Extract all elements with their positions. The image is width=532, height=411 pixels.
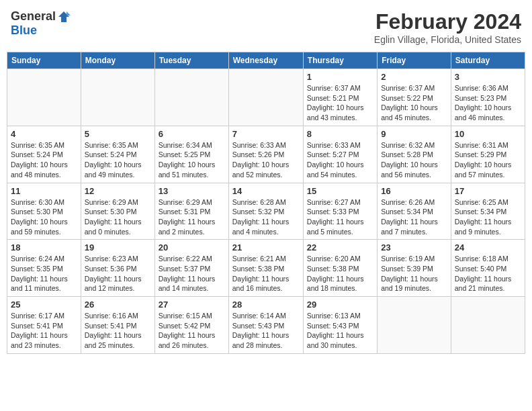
- calendar-day-cell: 25Sunrise: 6:17 AMSunset: 5:41 PMDayligh…: [7, 297, 81, 354]
- day-number: 15: [307, 186, 373, 196]
- calendar-day-cell: 8Sunrise: 6:33 AMSunset: 5:27 PMDaylight…: [303, 126, 377, 183]
- day-info: Sunrise: 6:13 AMSunset: 5:43 PMDaylight:…: [307, 311, 373, 351]
- calendar-day-cell: 28Sunrise: 6:14 AMSunset: 5:43 PMDayligh…: [228, 297, 303, 354]
- day-number: 11: [11, 186, 77, 196]
- day-number: 28: [232, 300, 300, 310]
- calendar-header-sunday: Sunday: [7, 52, 81, 69]
- day-info: Sunrise: 6:27 AMSunset: 5:33 PMDaylight:…: [307, 197, 373, 237]
- calendar-day-cell: [154, 69, 228, 126]
- calendar-day-cell: 1Sunrise: 6:37 AMSunset: 5:21 PMDaylight…: [303, 69, 377, 126]
- calendar-day-cell: [7, 69, 81, 126]
- calendar-header-thursday: Thursday: [303, 52, 377, 69]
- day-info: Sunrise: 6:19 AMSunset: 5:39 PMDaylight:…: [381, 254, 447, 293]
- calendar-day-cell: 15Sunrise: 6:27 AMSunset: 5:33 PMDayligh…: [303, 183, 377, 240]
- day-info: Sunrise: 6:33 AMSunset: 5:26 PMDaylight:…: [232, 140, 300, 180]
- day-info: Sunrise: 6:24 AMSunset: 5:35 PMDaylight:…: [11, 254, 77, 293]
- day-number: 18: [11, 242, 77, 253]
- calendar-day-cell: [378, 297, 451, 354]
- calendar-week-row: 11Sunrise: 6:30 AMSunset: 5:30 PMDayligh…: [7, 183, 525, 240]
- day-number: 20: [159, 242, 225, 253]
- day-info: Sunrise: 6:18 AMSunset: 5:40 PMDaylight:…: [455, 254, 521, 293]
- day-number: 23: [381, 242, 447, 253]
- calendar-day-cell: [228, 69, 303, 126]
- calendar-header-wednesday: Wednesday: [228, 52, 303, 69]
- calendar-day-cell: 10Sunrise: 6:31 AMSunset: 5:29 PMDayligh…: [451, 126, 525, 183]
- calendar-day-cell: 4Sunrise: 6:35 AMSunset: 5:24 PMDaylight…: [7, 126, 81, 183]
- calendar-day-cell: [451, 297, 525, 354]
- calendar-week-row: 4Sunrise: 6:35 AMSunset: 5:24 PMDaylight…: [7, 126, 525, 183]
- day-number: 4: [11, 129, 77, 139]
- calendar-day-cell: 24Sunrise: 6:18 AMSunset: 5:40 PMDayligh…: [451, 240, 525, 297]
- day-number: 21: [232, 242, 300, 253]
- day-number: 26: [85, 300, 151, 310]
- day-info: Sunrise: 6:16 AMSunset: 5:41 PMDaylight:…: [85, 311, 151, 351]
- day-info: Sunrise: 6:26 AMSunset: 5:34 PMDaylight:…: [381, 197, 447, 237]
- calendar-day-cell: 3Sunrise: 6:36 AMSunset: 5:23 PMDaylight…: [451, 69, 525, 126]
- calendar-header-row: SundayMondayTuesdayWednesdayThursdayFrid…: [7, 52, 525, 69]
- day-number: 6: [159, 129, 225, 139]
- day-number: 2: [381, 72, 447, 82]
- logo: General Blue: [11, 9, 71, 38]
- day-info: Sunrise: 6:36 AMSunset: 5:23 PMDaylight:…: [455, 83, 521, 123]
- calendar-day-cell: 23Sunrise: 6:19 AMSunset: 5:39 PMDayligh…: [378, 240, 451, 297]
- day-info: Sunrise: 6:35 AMSunset: 5:24 PMDaylight:…: [85, 140, 151, 180]
- calendar-day-cell: [81, 69, 154, 126]
- calendar-header-saturday: Saturday: [451, 52, 525, 69]
- day-info: Sunrise: 6:22 AMSunset: 5:37 PMDaylight:…: [159, 254, 225, 293]
- calendar-week-row: 1Sunrise: 6:37 AMSunset: 5:21 PMDaylight…: [7, 69, 525, 126]
- day-number: 16: [381, 186, 447, 196]
- calendar-day-cell: 11Sunrise: 6:30 AMSunset: 5:30 PMDayligh…: [7, 183, 81, 240]
- day-number: 29: [307, 300, 373, 310]
- day-info: Sunrise: 6:31 AMSunset: 5:29 PMDaylight:…: [455, 140, 521, 180]
- calendar-day-cell: 26Sunrise: 6:16 AMSunset: 5:41 PMDayligh…: [81, 297, 154, 354]
- day-number: 27: [159, 300, 225, 310]
- calendar-day-cell: 17Sunrise: 6:25 AMSunset: 5:34 PMDayligh…: [451, 183, 525, 240]
- logo-general-text: General: [11, 9, 56, 24]
- day-number: 12: [85, 186, 151, 196]
- logo-icon: [57, 10, 71, 24]
- day-number: 7: [232, 129, 300, 139]
- day-number: 22: [307, 242, 373, 253]
- day-info: Sunrise: 6:37 AMSunset: 5:21 PMDaylight:…: [307, 83, 373, 123]
- day-info: Sunrise: 6:32 AMSunset: 5:28 PMDaylight:…: [381, 140, 447, 180]
- calendar-day-cell: 6Sunrise: 6:34 AMSunset: 5:25 PMDaylight…: [154, 126, 228, 183]
- day-info: Sunrise: 6:29 AMSunset: 5:31 PMDaylight:…: [159, 197, 225, 237]
- day-info: Sunrise: 6:30 AMSunset: 5:30 PMDaylight:…: [11, 197, 77, 237]
- day-info: Sunrise: 6:14 AMSunset: 5:43 PMDaylight:…: [232, 311, 300, 351]
- day-info: Sunrise: 6:20 AMSunset: 5:38 PMDaylight:…: [307, 254, 373, 293]
- day-number: 24: [455, 242, 521, 253]
- calendar-day-cell: 22Sunrise: 6:20 AMSunset: 5:38 PMDayligh…: [303, 240, 377, 297]
- calendar-day-cell: 18Sunrise: 6:24 AMSunset: 5:35 PMDayligh…: [7, 240, 81, 297]
- day-number: 9: [381, 129, 447, 139]
- calendar-day-cell: 12Sunrise: 6:29 AMSunset: 5:30 PMDayligh…: [81, 183, 154, 240]
- calendar-day-cell: 20Sunrise: 6:22 AMSunset: 5:37 PMDayligh…: [154, 240, 228, 297]
- day-info: Sunrise: 6:35 AMSunset: 5:24 PMDaylight:…: [11, 140, 77, 180]
- calendar-day-cell: 2Sunrise: 6:37 AMSunset: 5:22 PMDaylight…: [378, 69, 451, 126]
- day-info: Sunrise: 6:21 AMSunset: 5:38 PMDaylight:…: [232, 254, 300, 293]
- calendar-header-friday: Friday: [378, 52, 451, 69]
- calendar-week-row: 18Sunrise: 6:24 AMSunset: 5:35 PMDayligh…: [7, 240, 525, 297]
- day-number: 1: [307, 72, 373, 82]
- day-number: 8: [307, 129, 373, 139]
- day-number: 17: [455, 186, 521, 196]
- day-info: Sunrise: 6:29 AMSunset: 5:30 PMDaylight:…: [85, 197, 151, 237]
- calendar-day-cell: 9Sunrise: 6:32 AMSunset: 5:28 PMDaylight…: [378, 126, 451, 183]
- day-number: 5: [85, 129, 151, 139]
- day-info: Sunrise: 6:33 AMSunset: 5:27 PMDaylight:…: [307, 140, 373, 180]
- calendar-week-row: 25Sunrise: 6:17 AMSunset: 5:41 PMDayligh…: [7, 297, 525, 354]
- day-info: Sunrise: 6:17 AMSunset: 5:41 PMDaylight:…: [11, 311, 77, 351]
- calendar-header-tuesday: Tuesday: [154, 52, 228, 69]
- day-info: Sunrise: 6:23 AMSunset: 5:36 PMDaylight:…: [85, 254, 151, 293]
- location-title: Eglin Village, Florida, United States: [374, 34, 521, 45]
- calendar-day-cell: 14Sunrise: 6:28 AMSunset: 5:32 PMDayligh…: [228, 183, 303, 240]
- day-number: 19: [85, 242, 151, 253]
- calendar-day-cell: 7Sunrise: 6:33 AMSunset: 5:26 PMDaylight…: [228, 126, 303, 183]
- day-info: Sunrise: 6:37 AMSunset: 5:22 PMDaylight:…: [381, 83, 447, 123]
- header: General Blue February 2024 Eglin Village…: [7, 7, 525, 48]
- calendar-day-cell: 29Sunrise: 6:13 AMSunset: 5:43 PMDayligh…: [303, 297, 377, 354]
- month-title: February 2024: [374, 9, 521, 34]
- svg-marker-1: [66, 11, 71, 15]
- day-number: 25: [11, 300, 77, 310]
- day-info: Sunrise: 6:15 AMSunset: 5:42 PMDaylight:…: [159, 311, 225, 351]
- calendar-day-cell: 16Sunrise: 6:26 AMSunset: 5:34 PMDayligh…: [378, 183, 451, 240]
